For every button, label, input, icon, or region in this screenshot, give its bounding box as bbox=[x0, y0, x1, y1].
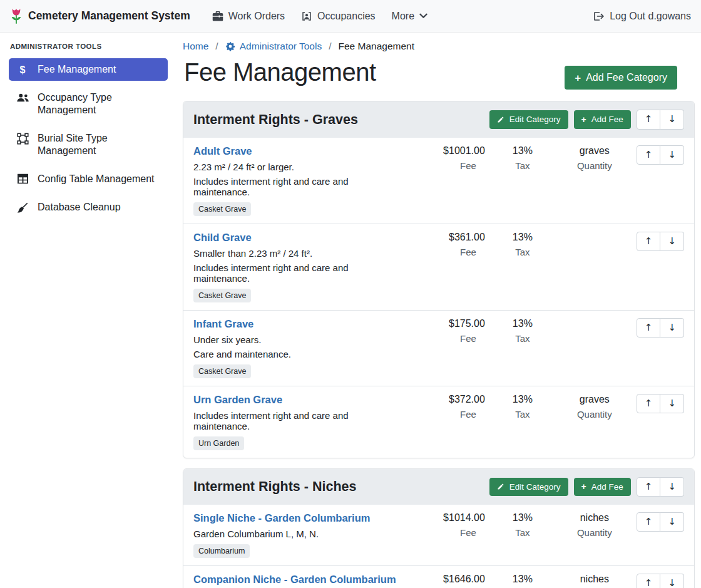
fee-amount-column: $175.00 Fee bbox=[410, 318, 485, 344]
fee-description-line: 2.23 m² / 24 ft² or larger. bbox=[193, 162, 402, 172]
fee-amount-label: Fee bbox=[410, 247, 485, 257]
fee-row: Single Niche - Garden Columbarium Garden… bbox=[183, 505, 694, 565]
fee-quantity-column bbox=[560, 232, 629, 235]
fee-tax: 13% bbox=[485, 574, 560, 585]
fee-quantity-column: niches Quantity bbox=[560, 574, 629, 588]
main-nav: Work Orders Occupancies More bbox=[204, 6, 436, 27]
move-fee-up-button[interactable]: ↑ bbox=[637, 512, 661, 532]
fee-amount-column: $1001.00 Fee bbox=[410, 145, 485, 171]
move-category-up-button[interactable]: ↑ bbox=[637, 477, 661, 497]
sign-out-icon bbox=[593, 11, 604, 21]
breadcrumb-current: Fee Management bbox=[339, 41, 415, 52]
fee-name-link[interactable]: Infant Grave bbox=[193, 318, 253, 330]
occupant-icon bbox=[301, 11, 312, 22]
fee-name-link[interactable]: Urn Garden Grave bbox=[193, 394, 282, 406]
fee-description-line: Includes interment right and care and ma… bbox=[193, 410, 402, 431]
add-fee-category-button[interactable]: + Add Fee Category bbox=[565, 66, 677, 90]
breadcrumb-home-link[interactable]: Home bbox=[183, 41, 208, 52]
move-fee-down-button[interactable]: ↓ bbox=[660, 394, 684, 413]
logout-link[interactable]: Log Out d.gowans bbox=[593, 11, 691, 22]
breadcrumb-admin-tools-link[interactable]: Administrator Tools bbox=[225, 41, 322, 52]
fee-reorder-controls: ↑ ↓ bbox=[637, 512, 684, 532]
sidebar-item-config-table-management[interactable]: Config Table Management bbox=[9, 168, 168, 190]
toolbox-icon bbox=[212, 11, 223, 21]
fee-description-line: Includes interment right and care and ma… bbox=[193, 176, 402, 197]
fee-amount-column: $1014.00 Fee bbox=[410, 512, 485, 538]
move-fee-down-button[interactable]: ↓ bbox=[660, 232, 684, 251]
fee-name-link[interactable]: Single Niche - Garden Columbarium bbox=[193, 512, 370, 524]
fee-name-link[interactable]: Companion Niche - Garden Columbarium bbox=[193, 574, 396, 585]
fee-quantity: niches bbox=[560, 574, 629, 585]
fee-tax-column: 13% Tax bbox=[485, 394, 560, 420]
breadcrumb-admin-tools-label: Administrator Tools bbox=[240, 41, 322, 52]
sidebar-item-burial-site-type-management[interactable]: Burial Site Type Management bbox=[9, 127, 168, 162]
users-icon bbox=[15, 92, 30, 103]
fee-quantity-column: niches Quantity bbox=[560, 512, 629, 538]
plus-icon: + bbox=[575, 73, 581, 83]
sidebar: ADMINISTRATOR TOOLS $ Fee Management Occ… bbox=[0, 33, 175, 588]
fee-info: Infant Grave Under six years.Care and ma… bbox=[193, 318, 410, 378]
move-category-down-button[interactable]: ↓ bbox=[660, 477, 684, 497]
fee-type-badge: Urn Garden bbox=[193, 436, 244, 450]
fee-amount-label: Fee bbox=[410, 409, 485, 420]
move-fee-up-button[interactable]: ↑ bbox=[637, 145, 661, 165]
sidebar-item-database-cleanup[interactable]: Database Cleanup bbox=[9, 196, 168, 219]
fee-name-link[interactable]: Adult Grave bbox=[193, 145, 252, 157]
fee-row: Child Grave Smaller than 2.23 m² / 24 ft… bbox=[183, 224, 694, 310]
add-fee-button[interactable]: + Add Fee bbox=[574, 478, 631, 497]
fee-tax: 13% bbox=[485, 318, 560, 329]
fee-amount: $1001.00 bbox=[410, 145, 485, 157]
nav-occupancies-label: Occupancies bbox=[317, 11, 376, 22]
app-title: Cemetery Management System bbox=[28, 9, 190, 23]
move-fee-up-button[interactable]: ↑ bbox=[637, 394, 661, 413]
move-fee-down-button[interactable]: ↓ bbox=[660, 145, 684, 165]
dollar-icon: $ bbox=[15, 64, 30, 76]
move-fee-up-button[interactable]: ↑ bbox=[637, 318, 661, 338]
add-fee-button[interactable]: + Add Fee bbox=[574, 110, 631, 129]
fee-quantity-column: graves Quantity bbox=[560, 145, 629, 171]
tulip-logo-icon bbox=[10, 8, 23, 25]
vector-square-icon bbox=[15, 133, 30, 145]
move-fee-down-button[interactable]: ↓ bbox=[660, 318, 684, 338]
move-fee-up-button[interactable]: ↑ bbox=[637, 232, 661, 251]
move-fee-down-button[interactable]: ↓ bbox=[660, 512, 684, 532]
fee-amount: $372.00 bbox=[410, 394, 485, 405]
fee-description: Under six years.Care and maintenance. bbox=[193, 334, 402, 359]
nav-occupancies[interactable]: Occupancies bbox=[293, 6, 384, 27]
fee-row: Infant Grave Under six years.Care and ma… bbox=[183, 310, 694, 386]
sidebar-item-label: Fee Management bbox=[38, 63, 116, 76]
fee-description-line: Smaller than 2.23 m² / 24 ft². bbox=[193, 248, 402, 259]
fee-tax-column: 13% Tax bbox=[485, 145, 560, 171]
category-reorder-controls: ↑ ↓ bbox=[637, 110, 684, 129]
gear-icon bbox=[225, 41, 235, 51]
nav-more-label: More bbox=[392, 11, 414, 22]
sidebar-item-label: Config Table Management bbox=[38, 173, 155, 185]
fee-quantity-label: Quantity bbox=[560, 527, 629, 538]
plus-icon: + bbox=[581, 483, 586, 491]
sidebar-item-fee-management[interactable]: $ Fee Management bbox=[9, 58, 168, 81]
sidebar-item-occupancy-type-management[interactable]: Occupancy Type Management bbox=[9, 86, 168, 121]
broom-icon bbox=[15, 202, 30, 214]
fee-quantity: niches bbox=[560, 512, 629, 524]
fee-type-badge: Casket Grave bbox=[193, 202, 251, 216]
fee-amount: $175.00 bbox=[410, 318, 485, 329]
fee-amount-label: Fee bbox=[410, 527, 485, 538]
fee-quantity-label: Quantity bbox=[560, 409, 629, 420]
breadcrumb-separator: / bbox=[329, 41, 331, 52]
move-fee-down-button[interactable]: ↓ bbox=[660, 574, 684, 588]
breadcrumb: Home / Administrator Tools / Fee Managem… bbox=[183, 41, 695, 52]
chevron-down-icon bbox=[419, 13, 427, 19]
move-category-down-button[interactable]: ↓ bbox=[660, 110, 684, 129]
fee-name-link[interactable]: Child Grave bbox=[193, 232, 252, 244]
fee-amount: $361.00 bbox=[410, 232, 485, 243]
edit-category-button[interactable]: Edit Category bbox=[489, 110, 568, 129]
move-category-up-button[interactable]: ↑ bbox=[637, 110, 661, 129]
fee-tax-label: Tax bbox=[485, 409, 560, 420]
fee-tax-column: 13% Tax bbox=[485, 574, 560, 588]
edit-category-button[interactable]: Edit Category bbox=[489, 478, 568, 497]
nav-more[interactable]: More bbox=[384, 6, 436, 27]
nav-work-orders[interactable]: Work Orders bbox=[204, 6, 293, 27]
category-header: Interment Rights - Niches Edit Category … bbox=[183, 469, 694, 505]
move-fee-up-button[interactable]: ↑ bbox=[637, 574, 661, 588]
fee-quantity: graves bbox=[560, 145, 629, 157]
